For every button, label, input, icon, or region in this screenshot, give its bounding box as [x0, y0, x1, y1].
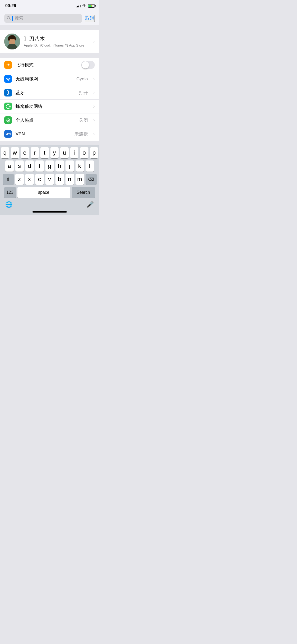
svg-point-10 [8, 80, 9, 81]
key-row-2: a s d f g h j k l [1, 160, 98, 172]
airplane-mode-icon: ✈ [4, 61, 12, 69]
delete-key[interactable]: ⌫ [86, 174, 97, 185]
hotspot-value: 关闭 [79, 117, 88, 123]
key-c[interactable]: c [35, 174, 44, 185]
profile-name: 〕刀八木 [24, 35, 89, 42]
keyboard-rows: q w e r t y u i o p a s d f g h j k l ⇧ … [0, 145, 99, 198]
vpn-value: 未连接 [74, 131, 88, 137]
vpn-label: VPN [16, 131, 71, 137]
settings-section: ✈ 飞行模式 无线局域网 Cydia › 蓝牙 打开 › [0, 58, 99, 141]
keyboard-bottom-bar: 🌐 🎤 [0, 200, 99, 210]
search-bar-container: 搜索 取消 [0, 12, 99, 25]
key-v[interactable]: v [45, 174, 54, 185]
key-i[interactable]: i [70, 147, 79, 158]
key-p[interactable]: p [90, 147, 98, 158]
wifi-settings-label: 无线局域网 [16, 76, 73, 82]
svg-point-8 [8, 37, 10, 41]
key-r[interactable]: r [31, 147, 39, 158]
status-bar: 00:26 ⚡ [0, 0, 99, 12]
bluetooth-row[interactable]: 蓝牙 打开 › [0, 86, 99, 100]
battery-icon: ⚡ [88, 4, 95, 8]
cellular-row[interactable]: 蜂窝移动网络 › [0, 100, 99, 113]
profile-section[interactable]: 〕刀八木 Apple ID、iCloud、iTunes 与 App Store … [0, 30, 99, 53]
key-row-1: q w e r t y u i o p [1, 147, 98, 158]
key-x[interactable]: x [25, 174, 34, 185]
key-q[interactable]: q [1, 147, 9, 158]
key-e[interactable]: e [21, 147, 29, 158]
home-indicator [0, 210, 99, 215]
key-m[interactable]: m [76, 174, 84, 185]
status-time: 00:26 [5, 3, 16, 8]
search-placeholder: 搜索 [15, 16, 23, 21]
cursor [12, 16, 13, 21]
svg-point-9 [15, 37, 16, 40]
key-o[interactable]: o [80, 147, 88, 158]
profile-chevron: › [93, 39, 95, 44]
hotspot-label: 个人热点 [16, 117, 75, 123]
key-a[interactable]: a [5, 160, 14, 172]
globe-icon[interactable]: 🌐 [5, 201, 12, 208]
key-d[interactable]: d [25, 160, 34, 172]
profile-subtitle: Apple ID、iCloud、iTunes 与 App Store [24, 43, 89, 48]
gap-2 [0, 53, 99, 58]
cellular-label: 蜂窝移动网络 [16, 103, 89, 109]
svg-point-14 [7, 119, 9, 121]
key-g[interactable]: g [45, 160, 54, 172]
gap-1 [0, 25, 99, 30]
key-y[interactable]: y [50, 147, 59, 158]
key-j[interactable]: j [65, 160, 74, 172]
wifi-row[interactable]: 无线局域网 Cydia › [0, 72, 99, 86]
key-s[interactable]: s [15, 160, 24, 172]
vpn-row[interactable]: VPN VPN 未连接 › [0, 127, 99, 141]
wifi-settings-icon [4, 75, 12, 83]
avatar [4, 34, 20, 49]
numbers-key[interactable]: 123 [4, 187, 16, 198]
profile-info: 〕刀八木 Apple ID、iCloud、iTunes 与 App Store [24, 35, 89, 48]
airplane-mode-row[interactable]: ✈ 飞行模式 [0, 58, 99, 72]
status-icons: ⚡ [76, 4, 95, 8]
space-key[interactable]: space [17, 187, 70, 198]
hotspot-icon [4, 116, 12, 124]
search-input-wrapper[interactable]: 搜索 [4, 14, 82, 23]
vpn-chevron: › [93, 131, 95, 137]
wifi-chevron: › [93, 76, 95, 82]
home-bar [32, 211, 67, 213]
svg-point-0 [84, 7, 84, 7]
search-icon [7, 16, 11, 21]
vpn-icon: VPN [4, 130, 12, 138]
key-t[interactable]: t [40, 147, 49, 158]
key-w[interactable]: w [11, 147, 19, 158]
key-k[interactable]: k [76, 160, 84, 172]
keyboard[interactable]: q w e r t y u i o p a s d f g h j k l ⇧ … [0, 145, 99, 215]
hotspot-chevron: › [93, 117, 95, 123]
microphone-icon[interactable]: 🎤 [87, 201, 94, 208]
bluetooth-chevron: › [93, 90, 95, 95]
hotspot-row[interactable]: 个人热点 关闭 › [0, 113, 99, 127]
airplane-mode-label: 飞行模式 [16, 62, 78, 68]
key-h[interactable]: h [55, 160, 64, 172]
cancel-button[interactable]: 取消 [85, 15, 95, 22]
key-u[interactable]: u [60, 147, 69, 158]
shift-key[interactable]: ⇧ [3, 174, 14, 185]
key-row-3: ⇧ z x c v b n m ⌫ [1, 174, 98, 185]
svg-line-2 [10, 19, 10, 20]
key-l[interactable]: l [86, 160, 94, 172]
signal-icon [76, 4, 81, 7]
bluetooth-value: 打开 [79, 90, 88, 96]
key-row-4: 123 space Search [1, 187, 98, 198]
airplane-mode-toggle[interactable] [81, 61, 95, 69]
svg-point-13 [8, 106, 9, 107]
key-f[interactable]: f [35, 160, 44, 172]
wifi-icon [82, 4, 86, 8]
cellular-chevron: › [93, 104, 95, 109]
cellular-icon [4, 103, 12, 110]
key-z[interactable]: z [15, 174, 24, 185]
key-b[interactable]: b [55, 174, 64, 185]
search-key[interactable]: Search [72, 187, 95, 198]
bluetooth-label: 蓝牙 [16, 90, 75, 96]
wifi-value: Cydia [77, 76, 88, 82]
svg-rect-6 [9, 42, 15, 44]
bluetooth-icon [4, 89, 12, 96]
key-n[interactable]: n [65, 174, 74, 185]
